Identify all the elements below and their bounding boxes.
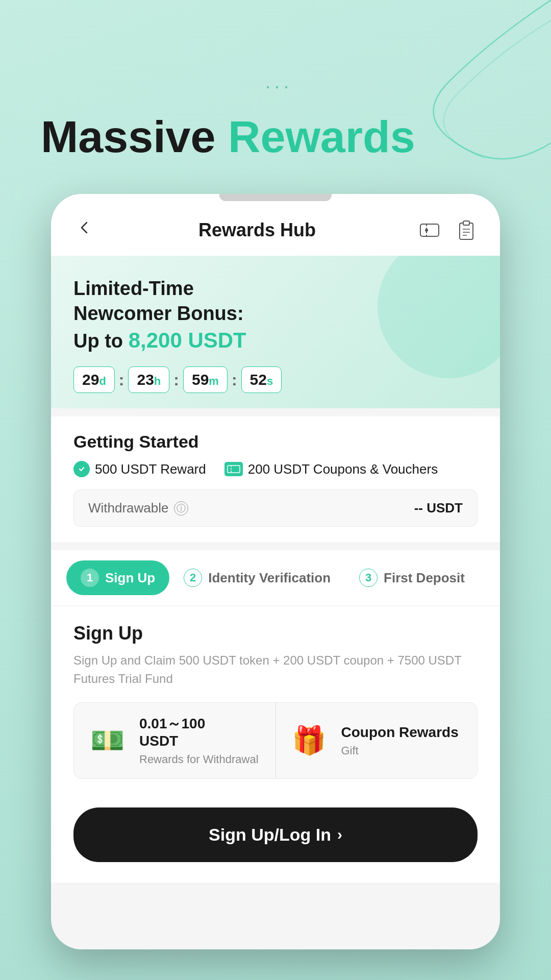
reward2-label: 200 USDT Coupons & Vouchers [248, 461, 438, 477]
section-title: Getting Started [73, 432, 478, 452]
reward-card-2-title: Coupon Rewards [341, 724, 459, 741]
colon3: : [232, 371, 237, 389]
reward-card-1-info: 0.01～100USDT Rewards for Withdrawal [139, 715, 259, 766]
countdown-seconds: 52s [241, 366, 282, 393]
signup-description: Sign Up and Claim 500 USDT token + 200 U… [73, 651, 478, 688]
signup-title: Sign Up [73, 623, 478, 644]
step-label-1: Sign Up [105, 570, 155, 586]
countdown-hours-box: 23h [128, 366, 169, 393]
countdown-hours: 23h [128, 366, 169, 393]
step-tab-identity[interactable]: 2 Identity Verification [169, 560, 345, 595]
countdown-minutes-box: 59m [183, 366, 228, 393]
steps-tabs: 1 Sign Up 2 Identity Verification 3 Firs… [51, 550, 500, 605]
withdrawable-label: Withdrawable ⓘ [88, 500, 188, 516]
signup-content: Sign Up Sign Up and Claim 500 USDT token… [51, 606, 500, 795]
svg-point-1 [425, 229, 428, 232]
sign-up-login-button[interactable]: Sign Up/Log In › [73, 807, 478, 862]
colon2: : [173, 371, 179, 389]
colon1: : [119, 371, 124, 389]
dots-decoration: ... [265, 71, 293, 93]
money-icon: 💵 [84, 723, 130, 758]
svg-rect-0 [420, 224, 439, 236]
banner-section: Limited-Time Newcomer Bonus: Up to 8,200… [51, 256, 500, 408]
svg-rect-8 [228, 465, 240, 473]
step-number-3: 3 [359, 569, 378, 587]
headline: Massive Rewards [41, 112, 415, 162]
banner-line2: Newcomer Bonus: [73, 303, 244, 324]
clipboard-icon[interactable] [453, 217, 480, 243]
rewards-row: 500 USDT Reward 200 USDT Coupons & Vouch… [73, 461, 478, 477]
reward-card-1-amount: 0.01～100USDT [139, 715, 259, 749]
bottom-button-area: Sign Up/Log In › [51, 795, 500, 883]
withdrawable-text: Withdrawable [88, 500, 169, 516]
reward-icon-green [73, 461, 90, 477]
header-icons [416, 217, 480, 243]
countdown-days-box: 29d [73, 366, 115, 393]
headline-part2: Rewards [228, 111, 415, 162]
reward-icon-card [224, 462, 243, 476]
step-number-1: 1 [81, 569, 99, 587]
banner-line1: Limited-Time [73, 278, 194, 299]
rewards-cards: 💵 0.01～100USDT Rewards for Withdrawal 🎁 … [73, 702, 478, 778]
withdrawable-value: -- USDT [414, 500, 463, 516]
reward-card-1-sublabel: Rewards for Withdrawal [139, 753, 259, 766]
phone-frame: Rewards Hub [51, 194, 500, 949]
step-tab-deposit[interactable]: 3 First Deposit [345, 560, 479, 595]
headline-part1: Massive [41, 111, 228, 162]
app-header: Rewards Hub [51, 194, 500, 256]
reward-item-2: 200 USDT Coupons & Vouchers [224, 461, 438, 477]
reward-card-2-info: Coupon Rewards Gift [341, 724, 459, 757]
phone-screen: Rewards Hub [51, 194, 500, 949]
gift-icon: 🎁 [286, 723, 332, 758]
banner-line3-prefix: Up to [73, 330, 129, 352]
back-button[interactable] [71, 214, 98, 246]
phone-notch [219, 194, 332, 201]
reward-card-2: 🎁 Coupon Rewards Gift [276, 703, 478, 778]
step-tab-signup[interactable]: 1 Sign Up [66, 560, 169, 595]
sign-up-btn-label: Sign Up/Log In [209, 825, 331, 845]
coupon-icon[interactable] [416, 217, 443, 243]
banner-amount: 8,200 USDT [129, 328, 246, 352]
banner-bg-circle [378, 256, 500, 378]
countdown-days: 29d [73, 366, 115, 393]
withdrawable-row: Withdrawable ⓘ -- USDT [73, 489, 478, 527]
arrow-icon: › [337, 826, 342, 843]
step-number-2: 2 [184, 569, 202, 587]
reward-card-2-sublabel: Gift [341, 744, 459, 757]
countdown-seconds-box: 52s [241, 366, 282, 393]
reward-card-1: 💵 0.01～100USDT Rewards for Withdrawal [74, 703, 276, 778]
reward1-label: 500 USDT Reward [95, 461, 206, 477]
svg-rect-3 [463, 221, 469, 225]
getting-started-section: Getting Started 500 USDT Reward [51, 416, 500, 542]
countdown-minutes: 59m [183, 366, 228, 393]
header-title: Rewards Hub [198, 219, 316, 241]
info-icon[interactable]: ⓘ [174, 501, 188, 516]
step-label-3: First Deposit [384, 570, 465, 586]
svg-point-7 [78, 465, 86, 473]
reward-item-1: 500 USDT Reward [73, 461, 206, 477]
step-label-2: Identity Verification [208, 570, 331, 586]
